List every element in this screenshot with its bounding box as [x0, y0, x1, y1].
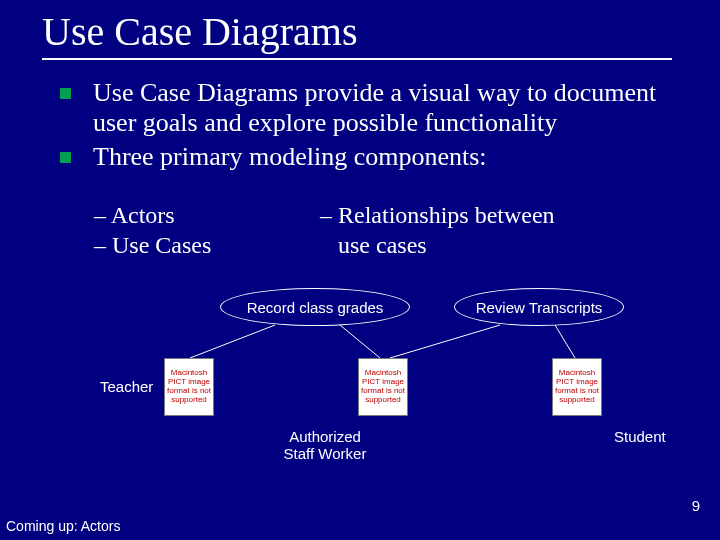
actor-staff-label: Authorized Staff Worker — [280, 428, 370, 462]
svg-line-3 — [555, 325, 575, 358]
actor-teacher-label: Teacher — [100, 378, 153, 395]
slide: Use Case Diagrams Use Case Diagrams prov… — [0, 0, 720, 540]
image-placeholder-text: Macintosh PICT image format is not suppo… — [361, 369, 405, 404]
svg-line-0 — [190, 325, 275, 358]
svg-line-1 — [340, 325, 380, 358]
image-placeholder-text: Macintosh PICT image format is not suppo… — [555, 369, 599, 404]
use-case-review-transcripts: Review Transcripts — [454, 288, 624, 326]
use-case-diagram: Record class grades Review Transcripts M… — [0, 0, 720, 540]
use-case-record-grades: Record class grades — [220, 288, 410, 326]
actor-teacher-icon: Macintosh PICT image format is not suppo… — [164, 358, 214, 416]
image-placeholder-text: Macintosh PICT image format is not suppo… — [167, 369, 211, 404]
footer-text: Coming up: Actors — [6, 518, 120, 534]
use-case-label: Review Transcripts — [476, 299, 603, 316]
svg-line-2 — [390, 325, 500, 358]
actor-staff-icon: Macintosh PICT image format is not suppo… — [358, 358, 408, 416]
actor-student-label: Student — [614, 428, 666, 445]
actor-student-icon: Macintosh PICT image format is not suppo… — [552, 358, 602, 416]
use-case-label: Record class grades — [247, 299, 384, 316]
page-number: 9 — [692, 497, 700, 514]
